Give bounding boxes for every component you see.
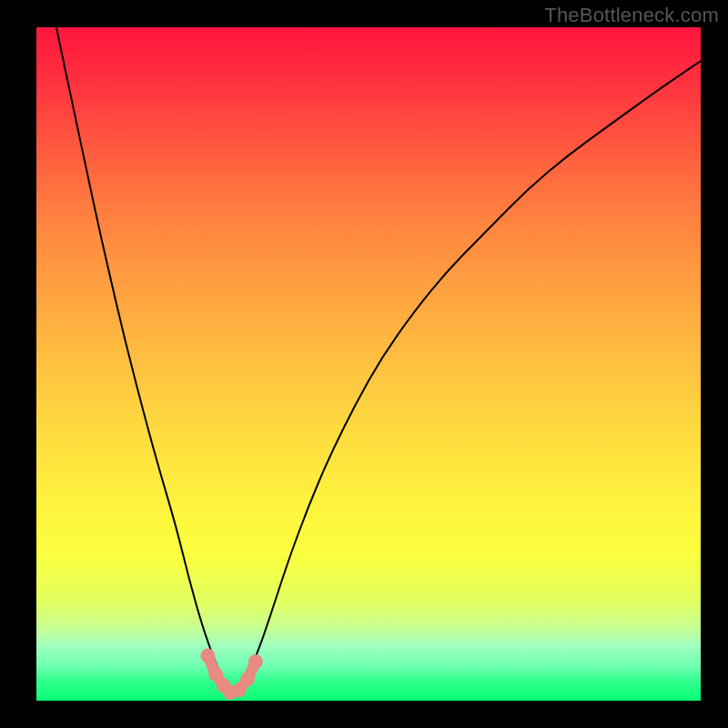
chart-frame: TheBottleneck.com <box>0 0 728 728</box>
chart-plot-area <box>36 27 701 701</box>
watermark-text: TheBottleneck.com <box>544 4 719 27</box>
valley-marker <box>240 672 255 686</box>
valley-marker-group <box>200 648 263 700</box>
valley-marker <box>248 654 263 669</box>
bottleneck-curve <box>56 27 701 691</box>
valley-marker <box>200 648 215 662</box>
chart-svg <box>36 27 701 701</box>
